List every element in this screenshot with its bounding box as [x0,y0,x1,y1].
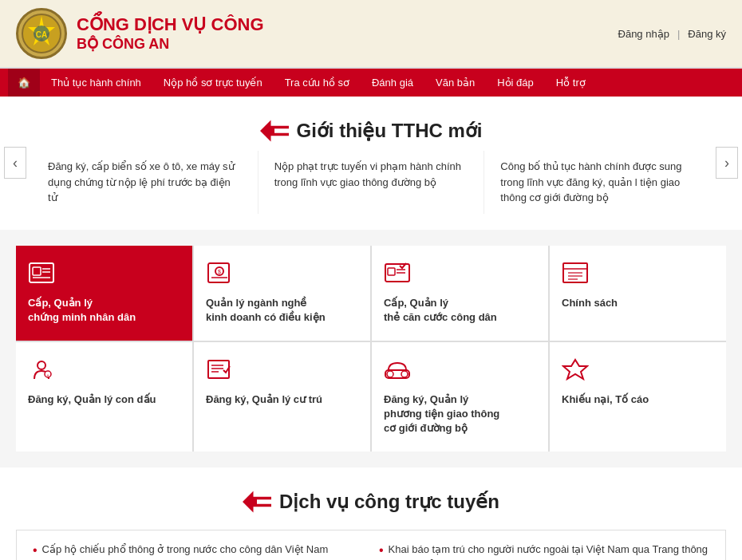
carousel-item-2: Công bố thủ tục hành chính được sung tro… [484,151,710,214]
service-grid: Cấp, Quản lýchứng minh nhân dân $ Quản l… [16,246,726,452]
service-label-5: Đăng ký, Quản lý cư trú [206,392,358,407]
logo-emblem: CA [16,8,67,59]
svg-marker-33 [563,360,587,379]
carousel-item-1: Nộp phạt trực tuyến vi phạm hành chính t… [259,151,485,214]
dvc-item-0: • Cấp hộ chiếu phổ thông ở trong nước ch… [33,542,363,560]
service-section: Cấp, Quản lýchứng minh nhân dân $ Quản l… [0,230,742,468]
tthc-title: Giới thiệu TTHC mới [0,105,742,151]
service-card-1[interactable]: $ Quản lý ngành nghềkinh doanh có điều k… [194,246,370,341]
service-card-4[interactable]: + Đăng ký, Quản lý con dấu [16,342,192,452]
svg-rect-26 [208,361,229,378]
carousel-right-arrow[interactable]: › [716,147,738,179]
tthc-section-title: Giới thiệu TTHC mới [297,120,483,142]
svg-point-32 [401,371,408,377]
service-icon-1: $ [206,262,358,290]
service-card-7[interactable]: Khiếu nại, Tố cáo [550,342,726,452]
service-card-5[interactable]: Đăng ký, Quản lý cư trú [194,342,370,452]
service-label-3: Chính sách [562,296,714,310]
service-icon-3 [562,262,714,290]
title-sub: BỘ CÔNG AN [77,35,264,53]
dvc-text-0: Cấp hộ chiếu phổ thông ở trong nước cho … [42,542,329,557]
dvc-list: • Cấp hộ chiếu phổ thông ở trong nước ch… [16,530,726,560]
tthc-section: Giới thiệu TTHC mới ‹ Đăng ký, cấp biển … [0,97,742,230]
nav-van-ban[interactable]: Văn bản [424,69,486,97]
site-title: CỔNG DỊCH VỤ CÔNG BỘ CÔNG AN [77,14,264,53]
nav-thu-tuc[interactable]: Thủ tục hành chính [40,69,152,97]
service-label-1: Quản lý ngành nghềkinh doanh có điều kiệ… [206,296,358,325]
service-label-0: Cấp, Quản lýchứng minh nhân dân [28,296,180,325]
service-icon-6 [384,358,536,386]
svg-rect-6 [33,267,41,275]
service-icon-7 [562,358,714,386]
nav-home[interactable]: 🏠 [8,69,40,97]
dvc-title-arrow-icon [243,490,271,514]
dvc-section-title: Dịch vụ công trực tuyến [279,491,499,513]
nav-ho-tro[interactable]: Hỗ trợ [545,69,597,97]
carousel-item-0: Đăng ký, cấp biển số xe ô tô, xe máy sử … [32,151,259,214]
service-label-6: Đăng ký, Quản lýphương tiện giao thôngcơ… [384,392,536,436]
service-icon-4: + [28,358,180,386]
svg-marker-4 [260,120,289,142]
service-label-2: Cấp, Quản lýthẻ căn cước công dân [384,296,536,325]
dvc-bullet-0: • [33,542,37,559]
svg-text:CA: CA [36,30,47,39]
dvc-bullet-1: • [379,542,384,559]
svg-point-31 [387,371,393,377]
auth-area: Đăng nhập | Đăng ký [618,28,726,40]
svg-point-23 [37,361,45,369]
service-card-0[interactable]: Cấp, Quản lýchứng minh nhân dân [16,246,192,341]
dvc-title: Dịch vụ công trực tuyến [16,475,726,522]
svg-marker-34 [243,491,271,513]
carousel-content: Đăng ký, cấp biển số xe ô tô, xe máy sử … [0,151,742,214]
emblem-svg: CA [21,13,62,54]
dvc-text-1: Khai báo tạm trú cho người nước ngoài tạ… [389,542,709,560]
main-nav: 🏠 Thủ tục hành chính Nộp hồ sơ trực tuyế… [0,69,742,97]
auth-separator: | [677,28,680,40]
nav-tra-cuu[interactable]: Tra cứu hồ sơ [274,69,361,97]
login-link[interactable]: Đăng nhập [618,28,669,40]
nav-danh-gia[interactable]: Đánh giá [361,69,424,97]
service-card-6[interactable]: Đăng ký, Quản lýphương tiện giao thôngcơ… [372,342,548,452]
dvc-section: Dịch vụ công trực tuyến • Cấp hộ chiếu p… [0,467,742,560]
service-icon-5 [206,358,358,386]
service-label-7: Khiếu nại, Tố cáo [562,392,714,407]
service-icon-2 [384,262,536,290]
carousel-left-arrow[interactable]: ‹ [4,147,26,179]
header: CA CỔNG DỊCH VỤ CÔNG BỘ CÔNG AN Đăng nhậ… [0,0,742,69]
service-label-4: Đăng ký, Quản lý con dấu [28,392,180,407]
service-card-3[interactable]: Chính sách [550,246,726,341]
title-arrow-icon [260,119,289,143]
title-main: CỔNG DỊCH VỤ CÔNG [77,14,264,35]
nav-hoi-dap[interactable]: Hỏi đáp [486,69,545,97]
service-card-2[interactable]: Cấp, Quản lýthẻ căn cước công dân [372,246,548,341]
svg-rect-15 [388,268,395,275]
dvc-item-1: • Khai báo tạm trú cho người nước ngoài … [379,542,709,560]
nav-nop-ho-so[interactable]: Nộp hồ sơ trực tuyến [152,69,274,97]
service-icon-0 [28,262,180,290]
logo-area: CA CỔNG DỊCH VỤ CÔNG BỘ CÔNG AN [16,8,264,59]
register-link[interactable]: Đăng ký [688,28,726,40]
svg-text:+: + [46,373,49,377]
svg-text:$: $ [218,269,221,274]
